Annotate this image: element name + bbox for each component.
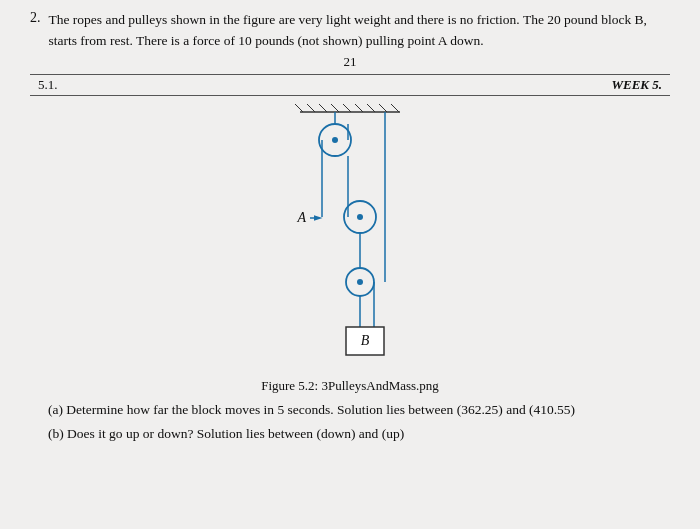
figure-container: B A Figure 5.2: 3PulleysAndMass.png — [30, 102, 670, 394]
section-divider: 5.1. WEEK 5. — [30, 74, 670, 96]
svg-line-5 — [343, 104, 351, 112]
svg-line-4 — [331, 104, 339, 112]
answer-a: (a) Determine how far the block moves in… — [48, 400, 652, 421]
svg-line-7 — [367, 104, 375, 112]
svg-text:B: B — [361, 333, 370, 348]
section-label: 5.1. — [38, 77, 58, 93]
svg-point-11 — [332, 137, 338, 143]
content-area: 2. The ropes and pulleys shown in the fi… — [0, 0, 700, 458]
svg-line-3 — [319, 104, 327, 112]
answer-b: (b) Does it go up or down? Solution lies… — [48, 424, 652, 445]
svg-line-6 — [355, 104, 363, 112]
figure-caption: Figure 5.2: 3PulleysAndMass.png — [261, 378, 439, 394]
svg-line-9 — [391, 104, 399, 112]
week-label: WEEK 5. — [611, 77, 662, 93]
page-number: 21 — [30, 54, 670, 70]
answers-section: (a) Determine how far the block moves in… — [30, 400, 670, 445]
problem-text: The ropes and pulleys shown in the figur… — [49, 10, 671, 52]
svg-line-1 — [295, 104, 303, 112]
page: 2. The ropes and pulleys shown in the fi… — [0, 0, 700, 529]
number-label: 2. — [30, 10, 41, 26]
svg-line-8 — [379, 104, 387, 112]
svg-line-2 — [307, 104, 315, 112]
svg-point-17 — [357, 279, 363, 285]
pulley-diagram: B A — [240, 102, 460, 372]
svg-point-15 — [357, 214, 363, 220]
svg-text:A: A — [296, 210, 306, 225]
problem-number: 2. The ropes and pulleys shown in the fi… — [30, 10, 670, 52]
